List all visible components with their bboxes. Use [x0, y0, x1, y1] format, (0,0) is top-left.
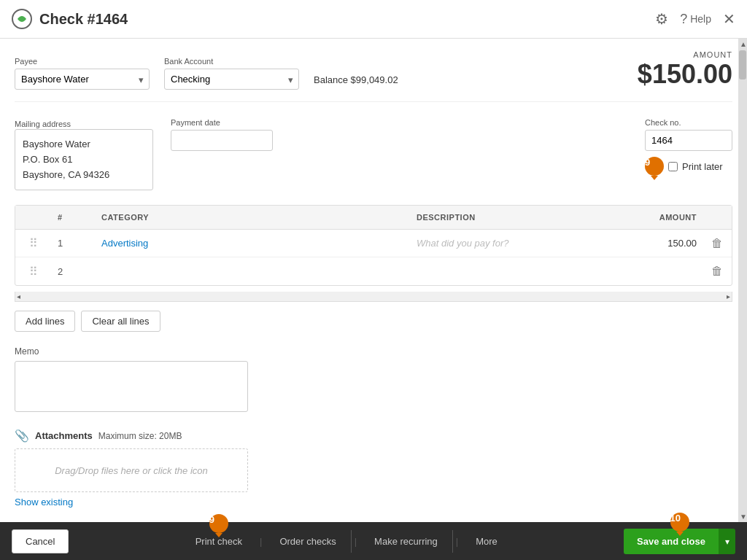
- address-line2: P.O. Box 61: [23, 152, 145, 168]
- drag-handle-icon[interactable]: ⠿: [15, 260, 52, 283]
- print-check-badge: 9: [209, 514, 228, 533]
- payment-date-input[interactable]: [171, 130, 273, 151]
- attachments-label: Attachments: [35, 430, 93, 441]
- save-close-badge: 10: [670, 513, 689, 532]
- clear-all-lines-button[interactable]: Clear all lines: [81, 311, 160, 332]
- amount-label: AMOUNT: [638, 50, 732, 59]
- line-items-table: # CATEGORY DESCRIPTION AMOUNT ⠿ 1 Advert…: [15, 205, 732, 286]
- col-description-header: DESCRIPTION: [411, 210, 615, 225]
- row-2-number: 2: [52, 262, 96, 281]
- col-amount-header: AMOUNT: [615, 210, 703, 225]
- bank-account-label: Bank Account: [164, 57, 299, 66]
- row-1-category[interactable]: Advertising: [96, 233, 411, 253]
- payment-date-label: Payment date: [171, 118, 273, 127]
- amount-display: AMOUNT $150.00: [638, 50, 732, 90]
- col-drag: [15, 210, 52, 225]
- mailing-address-field: Mailing address Bayshore Water P.O. Box …: [15, 118, 153, 190]
- drag-handle-icon[interactable]: ⠿: [15, 232, 52, 254]
- settings-icon[interactable]: ⚙: [655, 10, 668, 28]
- print-later-badge: 9: [645, 157, 664, 176]
- table-row: ⠿ 2 🗑: [15, 257, 732, 285]
- col-delete-header: [703, 210, 732, 225]
- check-no-section: Check no. 9 Print later: [645, 118, 732, 176]
- print-later-checkbox[interactable]: [668, 162, 678, 171]
- row-2-delete-button[interactable]: 🗑: [703, 260, 732, 282]
- order-checks-button[interactable]: Order checks: [265, 530, 351, 553]
- row-1-delete-button[interactable]: 🗑: [703, 233, 732, 254]
- address-line3: Bayshore, CA 94326: [23, 168, 145, 183]
- drop-zone-placeholder: Drag/Drop files here or click the icon: [55, 465, 208, 476]
- help-label: Help: [690, 13, 711, 25]
- memo-textarea[interactable]: [15, 361, 248, 412]
- scroll-left-icon[interactable]: ◂: [17, 292, 20, 300]
- page-title: Check #1464: [39, 11, 128, 28]
- scroll-up-icon[interactable]: ▲: [738, 39, 747, 50]
- address-line1: Bayshore Water: [23, 137, 145, 152]
- amount-value: $150.00: [638, 59, 732, 90]
- row-2-description[interactable]: [411, 267, 615, 276]
- memo-label: Memo: [15, 346, 732, 357]
- print-later-label: Print later: [682, 161, 723, 172]
- row-2-amount[interactable]: [615, 267, 703, 276]
- app-logo-icon: [12, 9, 32, 29]
- save-close-dropdown-button[interactable]: ▾: [719, 529, 735, 554]
- drop-zone[interactable]: Drag/Drop files here or click the icon: [15, 448, 248, 492]
- check-no-input[interactable]: [645, 130, 732, 151]
- vertical-scrollbar[interactable]: ▲ ▼: [738, 39, 747, 522]
- horizontal-scrollbar[interactable]: ◂ ▸: [15, 292, 732, 302]
- show-existing-link[interactable]: Show existing: [15, 497, 73, 508]
- memo-section: Memo: [15, 346, 732, 414]
- paperclip-icon: 📎: [15, 429, 29, 443]
- row-2-category[interactable]: [96, 267, 411, 276]
- scroll-right-icon[interactable]: ▸: [727, 292, 730, 300]
- balance-text: Balance $99,049.02: [314, 74, 398, 91]
- scroll-down-icon[interactable]: ▼: [738, 511, 747, 522]
- help-button[interactable]: ? Help: [680, 12, 711, 27]
- row-1-amount[interactable]: 150.00: [615, 233, 703, 253]
- bank-account-field: Bank Account Checking ▾: [164, 57, 299, 90]
- footer: Cancel 9 Print check | Order checks | Ma…: [0, 522, 747, 560]
- col-category-header: CATEGORY: [96, 210, 411, 225]
- add-lines-button[interactable]: Add lines: [15, 311, 75, 332]
- mailing-address-label: Mailing address: [15, 120, 71, 128]
- row-1-number: 1: [52, 233, 96, 253]
- table-header: # CATEGORY DESCRIPTION AMOUNT: [15, 206, 732, 230]
- payment-date-field: Payment date: [171, 118, 273, 151]
- chevron-down-icon: ▾: [725, 537, 729, 547]
- save-close-button[interactable]: Save and close: [624, 529, 719, 554]
- bank-account-select[interactable]: Checking: [164, 69, 299, 90]
- category-link[interactable]: Advertising: [101, 238, 148, 249]
- col-number-header: #: [52, 210, 96, 225]
- check-no-label: Check no.: [645, 118, 732, 127]
- payee-field: Payee Bayshore Water ▾: [15, 57, 150, 90]
- header: Check #1464 ⚙ ? Help ✕: [0, 0, 747, 39]
- scrollbar-thumb[interactable]: [739, 50, 746, 79]
- description-placeholder: What did you pay for?: [417, 238, 508, 249]
- make-recurring-button[interactable]: Make recurring: [360, 530, 453, 553]
- mailing-address-box[interactable]: Bayshore Water P.O. Box 61 Bayshore, CA …: [15, 129, 153, 190]
- line-actions: Add lines Clear all lines: [15, 311, 732, 332]
- payee-label: Payee: [15, 57, 150, 66]
- close-icon[interactable]: ✕: [723, 10, 735, 28]
- help-circle-icon: ?: [680, 12, 687, 27]
- max-size-label: Maximum size: 20MB: [98, 431, 182, 441]
- attachments-section: 📎 Attachments Maximum size: 20MB Drag/Dr…: [15, 429, 732, 508]
- row-1-description[interactable]: What did you pay for?: [411, 233, 615, 253]
- main-content: Payee Bayshore Water ▾ Bank Account Chec…: [0, 39, 738, 522]
- more-button[interactable]: More: [461, 530, 512, 553]
- payee-select[interactable]: Bayshore Water: [15, 69, 150, 90]
- table-row: ⠿ 1 Advertising What did you pay for? 15…: [15, 230, 732, 257]
- cancel-button[interactable]: Cancel: [12, 529, 69, 553]
- balance-display: Balance $99,049.02: [314, 74, 398, 90]
